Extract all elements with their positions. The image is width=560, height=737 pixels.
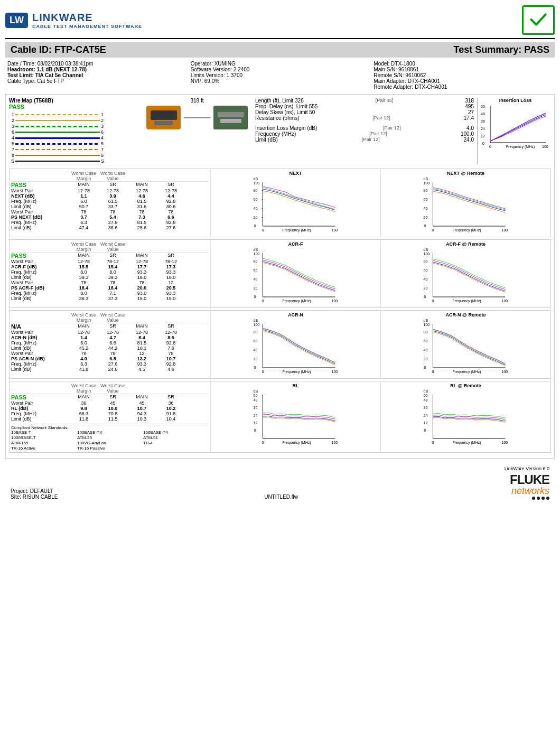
acrn-status: N/A — [11, 323, 69, 330]
compliant-grid: 10BASE-T 100BASE-TX 100BASE-T4 1000BASE-… — [11, 430, 209, 451]
rl-chart: RL dB 60 48 36 24 12 0 0 Frequency (MHz)… — [210, 381, 380, 452]
acrf-chart: ACR-F dB 100 80 60 40 20 0 0 Frequency (… — [210, 240, 380, 307]
logo-text: LINKWARE CABLE TEST MANAGEMENT SOFTWARE — [32, 12, 142, 29]
svg-text:dB: dB — [254, 319, 258, 322]
next-remote-chart-svg: dB 100 80 60 40 20 0 0 Frequency (MHz) 1… — [382, 176, 549, 234]
svg-text:0: 0 — [432, 441, 434, 444]
svg-text:0: 0 — [254, 428, 256, 432]
cable-graphic-area: 318 ft — [144, 98, 250, 164]
networks-text: networks — [505, 486, 549, 496]
next-section: Worst Case Margin Worst Case Value PASS … — [9, 169, 551, 237]
svg-text:20: 20 — [254, 216, 258, 219]
compliant-1: 10BASE-T — [11, 430, 77, 435]
svg-text:dB: dB — [424, 319, 428, 322]
info-col-3: Model: DTX-1800 Main S/N: 9610061 Remote… — [371, 61, 555, 90]
model: Model: DTX-1800 — [374, 61, 553, 67]
rl-row-3: Freq. (MHz)66.370.894.391.8 — [11, 411, 209, 416]
rl-chart-svg: dB 60 48 36 24 12 0 0 Frequency (MHz) 10… — [212, 388, 379, 446]
svg-text:0: 0 — [482, 142, 484, 145]
svg-text:0: 0 — [489, 145, 491, 148]
test-limit: Test Limit: TIA Cat 5e Channel — [7, 72, 186, 78]
svg-text:dB: dB — [424, 248, 428, 251]
acrn-chart-svg: dB 100 80 60 40 20 0 0 Frequency (MHz) 1… — [212, 318, 379, 376]
top-section: Wire Map (T568B) PASS 1 1 2 2 — [9, 98, 551, 164]
next-row-8: Limit (dB)47.436.628.627.6 — [11, 225, 209, 230]
next-row-7: Freq. (MHz)6.327.681.592.8 — [11, 220, 209, 225]
svg-text:dB: dB — [424, 389, 428, 393]
svg-text:40: 40 — [424, 348, 428, 352]
next-status: PASS — [11, 182, 69, 188]
svg-text:80: 80 — [254, 259, 258, 263]
info-col-1: Date / Time: 08/02/2010 03:38:41pm Headr… — [5, 61, 189, 90]
svg-text:dB: dB — [254, 248, 258, 251]
acrn-row-8: Limit (dB)41.824.64.54.6 — [11, 367, 209, 372]
acrf-row-5: Worst Pair78787812 — [11, 280, 209, 285]
datetime: Date / Time: 08/02/2010 03:38:41pm — [7, 61, 186, 67]
compliant-2: 100BASE-TX — [77, 430, 143, 435]
acrn-col-headers: Worst Case Margin Worst Case Value — [11, 312, 209, 323]
il-chart: Insertion Loss 60 48 36 24 12 0 0 Freque… — [477, 98, 551, 164]
svg-text:60: 60 — [424, 198, 428, 201]
svg-text:0: 0 — [432, 370, 434, 374]
wire-lines: 1 1 2 2 3 3 — [9, 112, 141, 164]
headroom: Headroom: 1.1 dB (NEXT 12-78) — [7, 67, 186, 72]
limit-pair2: [Pair 12] — [362, 137, 380, 143]
next-chart-main: NEXT dB 100 80 60 40 20 0 0 Frequency (M… — [210, 169, 380, 237]
resistance-pair: [Pair 12] — [372, 115, 390, 121]
acrn-section: Worst Case Margin Worst Case Value N/A M… — [9, 310, 551, 379]
svg-text:60: 60 — [254, 394, 258, 397]
compliant-7: ATM-155 — [11, 441, 77, 445]
project-info: Project: DEFAULT Site: RISUN CABLE — [11, 488, 58, 500]
svg-text:0: 0 — [254, 295, 256, 298]
acrf-col-headers: Worst Case Margin Worst Case Value — [11, 241, 209, 253]
wire-line-2: 2 2 — [9, 118, 141, 123]
rl-status: PASS — [11, 394, 69, 400]
meas-il-margin: Insertion Loss Margin (dB) [Pair 12] 4.0 — [255, 125, 474, 131]
svg-text:20: 20 — [424, 216, 428, 219]
main-adapter: Main Adapter: DTX-CHA001 — [374, 78, 553, 84]
acrn-row: Worst Case Margin Worst Case Value N/A M… — [10, 311, 550, 378]
rl-col-headers: Worst Case Margin Worst Case Value — [11, 383, 209, 394]
next-chart-title: NEXT — [212, 171, 379, 176]
rl-row-1: Worst Pair36454536 — [11, 400, 209, 406]
svg-text:40: 40 — [424, 207, 428, 210]
next-row: Worst Case Margin Worst Case Value PASS … — [10, 169, 550, 237]
svg-text:0: 0 — [262, 299, 264, 303]
delay-skew-label: Delay Skew (ns), Limit 50 — [255, 109, 315, 115]
il-margin-label: Insertion Loss Margin (dB) — [255, 125, 317, 131]
site-label: Site: RISUN CABLE — [11, 494, 58, 500]
acrf-remote-chart-title: ACR-F @ Remote — [382, 241, 549, 247]
svg-text:40: 40 — [254, 207, 258, 210]
wcm-header: Worst Case Margin — [69, 171, 98, 181]
compliant-10: TR-16 Active — [11, 446, 77, 451]
acrn-row-3: Freq. (MHz)6.06.681.592.8 — [11, 340, 209, 346]
acrn-remote-chart-title: ACR-N @ Remote — [382, 312, 549, 318]
meas-prop-delay: Prop. Delay (ns), Limit 555 495 — [255, 104, 474, 109]
svg-text:40: 40 — [254, 277, 258, 281]
linkware-version: LinkWare Version 6.0 — [505, 466, 549, 471]
svg-text:48: 48 — [424, 398, 428, 402]
acrf-status: PASS — [11, 253, 69, 259]
meas-limit: Limit (dB) [Pair 12] 24.0 — [255, 137, 474, 143]
cable-line — [184, 117, 210, 118]
svg-text:Frequency (MHz): Frequency (MHz) — [453, 441, 481, 445]
svg-text:20: 20 — [254, 286, 258, 290]
rl-section: Worst Case Margin Worst Case Value PASS … — [9, 381, 551, 453]
acrn-table: Worst Case Margin Worst Case Value N/A M… — [10, 311, 210, 378]
header: LW LINKWARE CABLE TEST MANAGEMENT SOFTWA… — [5, 5, 555, 39]
il-margin-pair: [Pair 12] — [383, 125, 401, 131]
svg-text:100: 100 — [542, 145, 548, 148]
svg-text:36: 36 — [481, 119, 485, 123]
svg-text:0: 0 — [424, 428, 426, 432]
acrn-chart-title: ACR-N — [212, 312, 379, 318]
svg-text:100: 100 — [502, 441, 508, 444]
acrf-row-3: Freq. (MHz)8.08.093.393.3 — [11, 269, 209, 275]
footer: Project: DEFAULT Site: RISUN CABLE UNTIT… — [5, 462, 555, 502]
next-row-2: NEXT (dB)1.13.94.64.4 — [11, 193, 209, 199]
freq-val: 100.0 — [461, 131, 474, 137]
svg-text:Frequency (MHz): Frequency (MHz) — [453, 299, 481, 303]
main-device — [146, 106, 181, 129]
svg-text:100: 100 — [254, 252, 260, 256]
next-sub-headers: PASS MAIN SR MAIN SR — [11, 182, 209, 188]
svg-text:36: 36 — [254, 406, 258, 409]
